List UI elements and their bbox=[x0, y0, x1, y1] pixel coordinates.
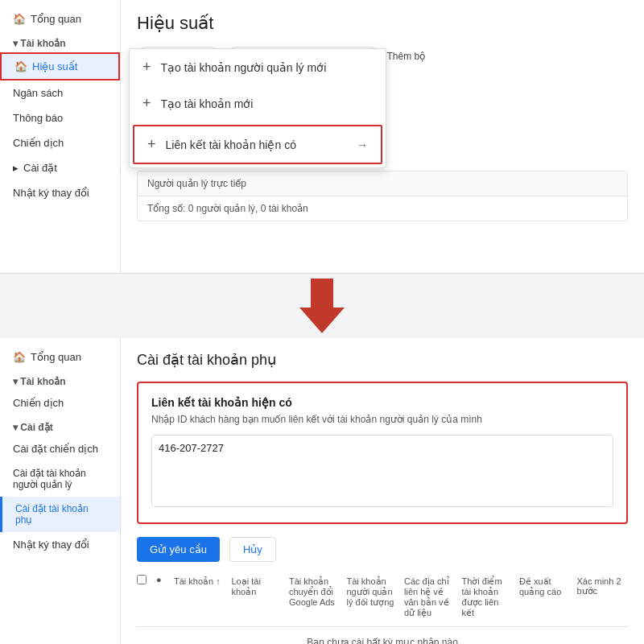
col-quan-ly-dt: Tài khoản người quản lý đối tượng bbox=[344, 575, 398, 620]
table-col-manager: Người quản lý trực tiếp bbox=[147, 178, 617, 189]
page-title-top: Hiệu suất bbox=[137, 13, 628, 34]
down-arrow-container bbox=[299, 279, 345, 333]
chevron-right-icon: ▸ bbox=[13, 162, 19, 174]
arrow-shaft bbox=[311, 279, 333, 308]
checkbox-col bbox=[137, 575, 153, 620]
arrow-right-icon: → bbox=[357, 138, 368, 151]
plus-icon-3: + bbox=[147, 136, 156, 153]
sidebar-top: 🏠 Tổng quan ▾ Tài khoản 🏠 Hiệu suất Ngân… bbox=[0, 0, 121, 273]
sidebar-item-ngan-sach[interactable]: Ngân sách bbox=[0, 80, 120, 105]
page-title-bottom: Cài đặt tài khoản phụ bbox=[137, 351, 628, 369]
sidebar-item-cai-dat[interactable]: ▸ Cài đặt bbox=[0, 155, 120, 180]
link-account-form: Liên kết tài khoản hiện có Nhập ID khách… bbox=[137, 382, 628, 524]
sidebar-item-hieu-suat[interactable]: 🏠 Hiệu suất bbox=[0, 52, 120, 80]
b-sidebar-item-tong-quan[interactable]: 🏠 Tổng quan bbox=[0, 345, 120, 369]
empty-table-note: Bạn chưa cài bất kỳ mục nhập nào bbox=[137, 627, 628, 644]
col-xac-minh: Xác minh 2 bước bbox=[574, 575, 629, 620]
arrow-head bbox=[299, 308, 345, 333]
top-table: Người quản lý trực tiếp Tổng số: 0 người… bbox=[137, 171, 628, 221]
chevron-icon: ▾ bbox=[13, 38, 18, 49]
b-sidebar-item-chien-dich[interactable]: Chiến dịch bbox=[0, 390, 120, 415]
table-header-row: Người quản lý trực tiếp bbox=[138, 171, 627, 196]
form-subtitle: Nhập ID khách hàng bạn muốn liên kết với… bbox=[151, 414, 613, 425]
main-top-area: Hiệu suất ang hoạt động Cấp độ: Được liê… bbox=[121, 0, 644, 273]
sidebar-item-tong-quan[interactable]: 🏠 Tổng quan bbox=[0, 6, 120, 31]
select-all-checkbox[interactable] bbox=[137, 575, 147, 584]
sidebar-bottom: 🏠 Tổng quan ▾ Tài khoản Chiến dịch ▾ Cài… bbox=[0, 338, 121, 644]
b-sidebar-section-tai-khoan: ▾ Tài khoản bbox=[0, 369, 120, 390]
dropdown-item-new-manager[interactable]: + Tạo tài khoản người quản lý mới bbox=[130, 49, 386, 85]
cancel-button[interactable]: Hủy bbox=[229, 537, 276, 562]
form-actions: Gửi yêu cầu Hủy bbox=[137, 537, 628, 562]
table-summary: Tổng số: 0 người quản lý, 0 tài khoản bbox=[138, 196, 627, 221]
customer-id-textarea[interactable] bbox=[151, 435, 613, 507]
b-sidebar-item-cai-dat-phu[interactable]: Cài đặt tài khoản phụ bbox=[0, 497, 120, 532]
b-sidebar-item-cai-dat-tk[interactable]: Cài đặt tài khoản người quản lý bbox=[0, 461, 120, 497]
col-dia-chi: Các địa chỉ liên hệ về văn bản về dữ liệ… bbox=[401, 575, 456, 620]
col-thoi-diem: Thời điểm tài khoản được liên kết bbox=[459, 575, 514, 620]
chip-them-bo[interactable]: Thêm bộ bbox=[386, 51, 425, 62]
form-title: Liên kết tài khoản hiện có bbox=[151, 396, 613, 409]
col-loai-tk: Loại tài khoản bbox=[229, 575, 283, 620]
main-bottom-area: Cài đặt tài khoản phụ Liên kết tài khoản… bbox=[121, 338, 644, 644]
dropdown-item-new-account[interactable]: + Tạo tài khoản mới bbox=[130, 85, 386, 122]
submit-button[interactable]: Gửi yêu cầu bbox=[137, 537, 220, 562]
b-home-icon: 🏠 bbox=[13, 351, 26, 363]
dot-col: ● bbox=[156, 575, 167, 620]
dropdown-item-link-existing[interactable]: + Liên kết tài khoản hiện có → bbox=[133, 125, 382, 164]
sidebar-section-tai-khoan: ▾ Tài khoản bbox=[0, 31, 120, 52]
sidebar-item-nhat-ky[interactable]: Nhật ký thay đổi bbox=[0, 180, 120, 205]
b-sidebar-item-nhat-ky[interactable]: Nhật ký thay đổi bbox=[0, 532, 120, 557]
dropdown-menu: + Tạo tài khoản người quản lý mới + Tạo … bbox=[129, 48, 386, 168]
home-icon: 🏠 bbox=[13, 13, 26, 25]
b-chevron-tai-khoan: ▾ bbox=[13, 376, 18, 387]
sidebar-item-chien-dich[interactable]: Chiến dịch bbox=[0, 130, 120, 155]
col-de-xuat: Đề xuất quảng cáo bbox=[516, 575, 571, 620]
arrow-section bbox=[0, 274, 644, 338]
bottom-table-header: ● Tài khoản ↑ Loại tài khoản Tài khoản c… bbox=[137, 575, 628, 627]
b-chevron-cai-dat: ▾ bbox=[13, 422, 18, 433]
col-chuyen-doi: Tài khoản chuyển đổi Google Ads bbox=[286, 575, 341, 620]
b-sidebar-section-cai-dat: ▾ Cài đặt bbox=[0, 415, 120, 436]
plus-icon-1: + bbox=[142, 59, 151, 76]
home-icon-2: 🏠 bbox=[14, 60, 27, 72]
sidebar-item-thong-bao[interactable]: Thông báo bbox=[0, 105, 120, 130]
col-tai-khoan: Tài khoản ↑ bbox=[171, 575, 225, 620]
b-sidebar-item-cai-dat-cd[interactable]: Cài đặt chiến dịch bbox=[0, 436, 120, 461]
plus-icon-2: + bbox=[142, 95, 151, 112]
